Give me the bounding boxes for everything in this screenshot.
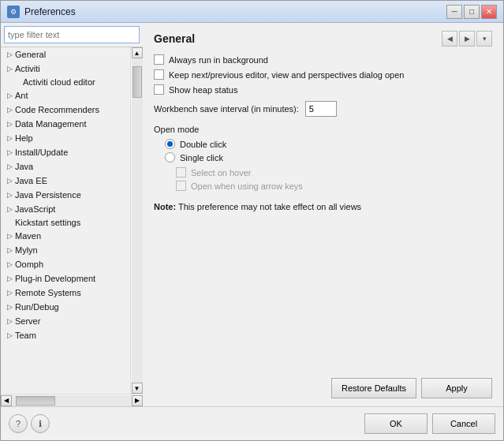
sidebar-item-label: Mylyn bbox=[15, 245, 38, 255]
sidebar-item-label: Remote Systems bbox=[15, 288, 81, 297]
sidebar-item-ant[interactable]: ▷ Ant bbox=[1, 88, 130, 103]
single-click-row: Single click bbox=[165, 152, 492, 163]
sidebar-item-label: Java Persistence bbox=[15, 190, 81, 200]
sidebar-item-label: Ant bbox=[15, 91, 28, 100]
sidebar-item-general[interactable]: ▷ General bbox=[1, 47, 130, 62]
sidebar-item-java-ee[interactable]: ▷ Java EE bbox=[1, 174, 130, 188]
sidebar-item-label: Activiti cloud editor bbox=[23, 77, 95, 87]
sidebar-item-data-management[interactable]: ▷ Data Management bbox=[1, 117, 130, 131]
nav-back-button[interactable]: ◀ bbox=[442, 31, 457, 47]
radio-group: Double click Single click bbox=[165, 139, 492, 163]
arrow-icon: ▷ bbox=[4, 259, 15, 270]
always-run-row: Always run in background bbox=[154, 54, 492, 65]
always-run-checkbox[interactable] bbox=[154, 54, 164, 65]
nav-fwd-button[interactable]: ▶ bbox=[459, 31, 475, 47]
sidebar-item-install-update[interactable]: ▷ Install/Update bbox=[1, 145, 130, 159]
sidebar-item-remote-systems[interactable]: ▷ Remote Systems bbox=[1, 286, 130, 300]
note-text: Note: This preference may not take effec… bbox=[154, 202, 492, 211]
arrow-icon: ▷ bbox=[4, 175, 15, 186]
arrow-icon: ▷ bbox=[4, 301, 15, 312]
search-input[interactable] bbox=[4, 26, 140, 43]
minimize-button[interactable]: ─ bbox=[446, 5, 462, 19]
sidebar-item-server[interactable]: ▷ Server bbox=[1, 314, 130, 328]
sidebar-item-run-debug[interactable]: ▷ Run/Debug bbox=[1, 300, 130, 314]
arrow-icon: ▷ bbox=[4, 118, 15, 129]
sidebar-item-label: Help bbox=[15, 133, 33, 143]
open-arrow-label: Open when using arrow keys bbox=[191, 181, 303, 191]
open-arrow-row: Open when using arrow keys bbox=[176, 181, 492, 191]
select-hover-row: Select on hover bbox=[176, 167, 492, 178]
window-icon: ⚙ bbox=[7, 6, 20, 18]
sidebar-item-label: Team bbox=[15, 331, 36, 340]
tree-container: ▷ General ▷ Activiti Activiti cloud edit… bbox=[1, 47, 130, 394]
sidebar-item-plugin-dev[interactable]: ▷ Plug-in Development bbox=[1, 271, 130, 286]
main-content: General ◀ ▶ ▾ Always run in background K… bbox=[143, 23, 503, 406]
bottom-bar: ? ℹ OK Cancel bbox=[1, 406, 503, 440]
sidebar-item-label: Server bbox=[15, 316, 40, 326]
sidebar-item-activiti-cloud[interactable]: Activiti cloud editor bbox=[1, 76, 130, 88]
main-header: General ◀ ▶ ▾ bbox=[154, 31, 492, 47]
arrow-icon: ▷ bbox=[4, 330, 15, 341]
save-interval-input[interactable] bbox=[305, 101, 337, 117]
sidebar-item-maven[interactable]: ▷ Maven bbox=[1, 229, 130, 243]
tree-with-scroll: ▷ General ▷ Activiti Activiti cloud edit… bbox=[1, 47, 143, 394]
sidebar-item-label: Install/Update bbox=[15, 148, 68, 157]
sidebar-item-javascript[interactable]: ▷ JavaScript bbox=[1, 202, 130, 216]
sidebar-item-mylyn[interactable]: ▷ Mylyn bbox=[1, 243, 130, 257]
sidebar-item-team[interactable]: ▷ Team bbox=[1, 328, 130, 342]
keep-next-row: Keep next/previous editor, view and pers… bbox=[154, 69, 492, 80]
arrow-icon: ▷ bbox=[4, 204, 15, 215]
settings-panel: Always run in background Keep next/previ… bbox=[154, 54, 492, 398]
arrow-icon: ▷ bbox=[4, 104, 15, 115]
h-scroll-thumb[interactable] bbox=[16, 396, 55, 405]
scroll-left-button[interactable]: ◀ bbox=[1, 395, 12, 406]
open-arrow-checkbox[interactable] bbox=[176, 181, 186, 191]
select-hover-checkbox[interactable] bbox=[176, 167, 186, 178]
arrow-icon: ▷ bbox=[4, 273, 15, 284]
save-interval-row: Workbench save interval (in minutes): bbox=[154, 101, 492, 117]
double-click-radio[interactable] bbox=[165, 139, 175, 149]
sidebar-item-java-persistence[interactable]: ▷ Java Persistence bbox=[1, 188, 130, 202]
sidebar-item-code-recommenders[interactable]: ▷ Code Recommenders bbox=[1, 103, 130, 117]
scroll-thumb[interactable] bbox=[133, 66, 142, 98]
single-click-label: Single click bbox=[180, 153, 223, 163]
nav-dropdown-button[interactable]: ▾ bbox=[476, 31, 492, 47]
arrow-icon: ▷ bbox=[4, 316, 15, 327]
restore-defaults-button[interactable]: Restore Defaults bbox=[331, 378, 416, 398]
h-scroll-track[interactable] bbox=[12, 395, 132, 406]
sidebar-item-help[interactable]: ▷ Help bbox=[1, 131, 130, 145]
keep-next-label: Keep next/previous editor, view and pers… bbox=[169, 70, 404, 80]
show-heap-label: Show heap status bbox=[169, 85, 237, 95]
scroll-right-button[interactable]: ▶ bbox=[132, 395, 143, 406]
title-bar: ⚙ Preferences ─ □ ✕ bbox=[1, 1, 503, 23]
sidebar-item-label: Run/Debug bbox=[15, 302, 59, 312]
maximize-button[interactable]: □ bbox=[464, 5, 480, 19]
arrow-icon: ▷ bbox=[4, 230, 15, 241]
note-bold: Note: bbox=[154, 202, 176, 211]
sidebar-item-label: Maven bbox=[15, 231, 41, 241]
sidebar-item-java[interactable]: ▷ Java bbox=[1, 159, 130, 174]
apply-button[interactable]: Apply bbox=[421, 378, 492, 398]
sidebar-item-activiti[interactable]: ▷ Activiti bbox=[1, 62, 130, 76]
sidebar-item-oomph[interactable]: ▷ Oomph bbox=[1, 257, 130, 271]
cancel-button[interactable]: Cancel bbox=[432, 413, 495, 434]
sidebar-item-kickstart[interactable]: Kickstart settings bbox=[1, 216, 130, 229]
keep-next-checkbox[interactable] bbox=[154, 69, 164, 80]
sub-options: Select on hover Open when using arrow ke… bbox=[176, 167, 492, 191]
show-heap-checkbox[interactable] bbox=[154, 84, 164, 95]
close-button[interactable]: ✕ bbox=[481, 5, 497, 19]
sidebar-item-label: Java bbox=[15, 162, 33, 171]
nav-buttons: ◀ ▶ ▾ bbox=[442, 31, 492, 47]
info-button[interactable]: ℹ bbox=[31, 414, 50, 433]
scroll-down-button[interactable]: ▼ bbox=[132, 383, 143, 394]
ok-button[interactable]: OK bbox=[364, 413, 427, 434]
help-button[interactable]: ? bbox=[9, 414, 28, 433]
horizontal-scrollbar: ◀ ▶ bbox=[1, 394, 143, 406]
open-mode-label: Open mode bbox=[154, 125, 492, 134]
single-click-radio[interactable] bbox=[165, 152, 175, 163]
scroll-track[interactable] bbox=[132, 58, 143, 383]
scroll-up-button[interactable]: ▲ bbox=[132, 47, 143, 58]
arrow-icon: ▷ bbox=[4, 245, 15, 256]
sidebar-item-label: Plug-in Development bbox=[15, 274, 95, 283]
arrow-icon: ▷ bbox=[4, 189, 15, 200]
